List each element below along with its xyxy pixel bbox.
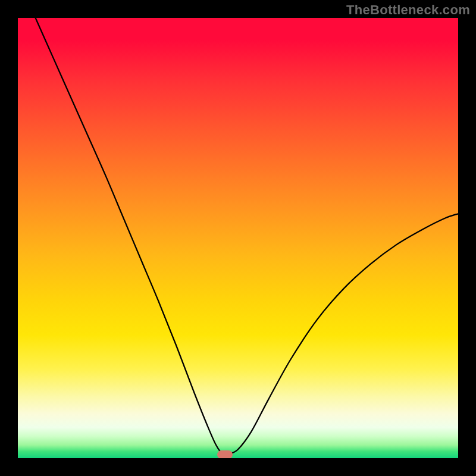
chart-frame: TheBottleneck.com [0,0,476,476]
watermark-text: TheBottleneck.com [346,2,470,18]
min-marker [217,450,233,458]
curve-svg [18,18,458,458]
curve-path [36,18,458,455]
plot-area [18,18,458,458]
